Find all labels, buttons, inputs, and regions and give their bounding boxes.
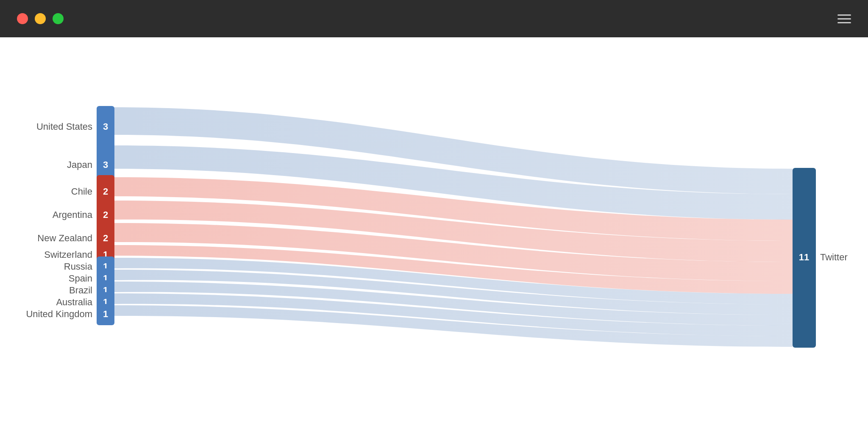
- node-new-zealand-value: 2: [103, 233, 108, 243]
- titlebar: [0, 0, 868, 37]
- node-twitter-label: Twitter: [820, 252, 848, 262]
- node-twitter-value: 11: [799, 252, 809, 262]
- node-spain-label: Spain: [69, 273, 92, 284]
- node-united-states-value: 3: [103, 121, 108, 132]
- hamburger-icon[interactable]: [837, 14, 851, 23]
- node-united-kingdom-value: 1: [103, 309, 108, 319]
- window-controls: [17, 13, 64, 24]
- node-japan-value: 3: [103, 159, 108, 170]
- node-chile-value: 2: [103, 186, 108, 197]
- node-united-states-label: United States: [36, 121, 92, 132]
- maximize-button[interactable]: [53, 13, 64, 24]
- node-japan-label: Japan: [67, 159, 92, 170]
- minimize-button[interactable]: [35, 13, 46, 24]
- node-switzerland-label: Switzerland: [44, 249, 92, 260]
- close-button[interactable]: [17, 13, 28, 24]
- sankey-chart: 3 United States 3 Japan 2 Chile 2 Argent…: [0, 37, 868, 435]
- node-australia-label: Australia: [56, 297, 92, 307]
- node-united-kingdom-label: United Kingdom: [26, 309, 92, 319]
- chart-area: 3 United States 3 Japan 2 Chile 2 Argent…: [0, 37, 868, 435]
- node-argentina-value: 2: [103, 209, 108, 220]
- node-chile-label: Chile: [71, 186, 92, 197]
- node-argentina-label: Argentina: [53, 209, 93, 220]
- node-brazil-label: Brazil: [69, 285, 92, 296]
- node-new-zealand-label: New Zealand: [37, 233, 92, 243]
- node-russia-label: Russia: [64, 261, 93, 272]
